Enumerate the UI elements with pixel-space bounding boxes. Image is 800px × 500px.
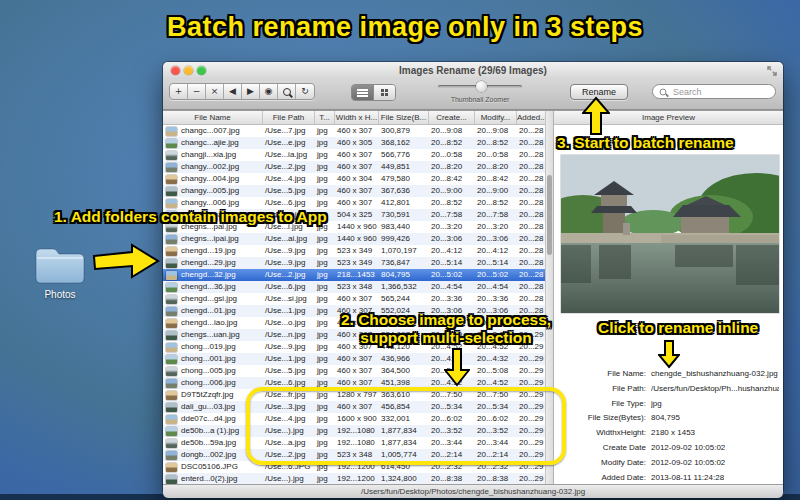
cell-modify: 20...4:12 [475,245,517,257]
cell-path: /Use...ai.jpg [263,233,315,245]
table-row[interactable]: changji...xia.jpg/Use...ia.jpgjpg460 x 3… [163,149,545,161]
column-header[interactable]: File Name [163,111,263,124]
next-button[interactable]: ▶ [242,84,260,99]
inline-tip-label: Click to rename inline [598,319,758,337]
refresh-button[interactable]: ↻ [296,84,314,99]
detail-value[interactable]: chengde_bishushanzhuang-032.jpg [651,367,778,382]
file-thumbnail-icon [163,377,179,389]
detail-value[interactable]: 2180 x 1453 [651,426,695,441]
file-thumbnail-icon [163,353,179,365]
table-row[interactable]: changy...004.jpg/Use...4.jpgjpg460 x 304… [163,173,545,185]
zoomer-knob[interactable] [476,81,487,92]
table-row[interactable]: chengd...19.jpg/Use...9.jpgjpg523 x 3491… [163,245,545,257]
detail-value[interactable]: jpg [651,397,662,412]
column-header[interactable]: File Path [263,111,315,124]
close-window-button[interactable] [171,66,180,75]
cell-modify: 20...7:58 [475,209,517,221]
scrollbar-thumb[interactable] [547,175,552,255]
table-row[interactable]: changy...005.jpg/Use...5.jpgjpg460 x 307… [163,185,545,197]
cell-create: 20...3:06 [429,233,475,245]
search-icon [660,88,667,95]
cell-added: 20...28 [517,185,545,197]
cell-create: 20...3:20 [429,221,475,233]
cell-size: 983,440 [379,221,429,233]
file-thumbnail-icon [163,257,179,269]
table-row[interactable]: changc...007.jpg/Use...7.jpgjpg460 x 307… [163,125,545,137]
cell-name: changc...007.jpg [179,125,263,137]
cell-path: /Use...).jpg [263,473,315,484]
cell-type: jpg [315,161,335,173]
detail-label: WidthxHeight: [554,426,646,441]
table-row[interactable]: chengd...32.jpg/Use...2.jpgjpg218...1453… [163,269,545,281]
detail-label: Modify Date: [554,456,646,471]
cell-dims: 218...1453 [335,269,379,281]
cell-added: 20...28 [517,149,545,161]
titlebar[interactable]: Images Rename (29/69 Images) [163,62,783,79]
table-row[interactable]: chengd...36.jpg/Use...6.jpgjpg523 x 3481… [163,281,545,293]
fullscreen-icon[interactable] [767,66,777,76]
cell-modify: 20...4:32 [475,353,517,365]
photos-folder[interactable]: Photos [30,242,90,300]
cell-type: jpg [315,185,335,197]
grid-view-button[interactable] [373,85,395,100]
detail-row: File Name:chengde_bishushanzhuang-032.jp… [554,367,779,382]
cell-name: changy...005.jpg [179,185,263,197]
step1-arrow-icon [92,243,160,279]
table-row[interactable]: chengd...29.jpg/Use...9.jpgjpg523 x 3497… [163,257,545,269]
table-row[interactable]: chengd...gsi.jpg/Use...si.jpgjpg460 x 30… [163,293,545,305]
cell-create: 20...4:12 [429,245,475,257]
column-header[interactable]: Added... [517,111,545,124]
cell-create: 20...9:00 [429,185,475,197]
table-row[interactable]: chong...001.jpg/Use...1.jpgjpg460 x 3074… [163,353,545,365]
search-input[interactable] [671,86,769,98]
detail-label: File Name: [554,367,646,382]
previous-button[interactable]: ◀ [224,84,242,99]
delete-button[interactable]: × [206,84,224,99]
cell-create: 20...8:20 [429,161,475,173]
search-field[interactable] [652,84,776,99]
table-row[interactable]: changc...ajie.jpg/Use...e.jpgjpg460 x 30… [163,137,545,149]
list-view-button[interactable] [352,85,373,100]
detail-value[interactable]: 804,795 [651,411,680,426]
detail-value[interactable]: 2012-09-02 10:05:02 [651,441,725,456]
cell-type: jpg [315,317,335,329]
add-button[interactable]: + [170,84,188,99]
column-header[interactable]: T... [315,111,335,124]
cell-type: jpg [315,305,335,317]
table-row[interactable]: enterd...0(2).jpg/Use...).jpgjpg192...12… [163,473,545,484]
cell-create: 20...9:08 [429,125,475,137]
minimize-window-button[interactable] [184,66,193,75]
cell-name: changy...004.jpg [179,173,263,185]
cell-modify: 20...8:38 [475,473,517,484]
column-header[interactable]: File Size(B... [379,111,429,124]
preview-button[interactable]: ◉ [260,84,278,99]
table-row[interactable]: chong...005.jpg/Use...5.jpgjpg460 x 3073… [163,365,545,377]
cell-dims: 460 x 307 [335,365,379,377]
remove-button[interactable]: − [188,84,206,99]
detail-label: File Size(Bytes): [554,411,646,426]
folder-label: Photos [30,289,90,300]
search-button[interactable] [278,84,296,99]
cell-path: /Use...e.jpg [263,137,315,149]
preview-body: File Name:chengde_bishushanzhuang-032.jp… [554,125,783,484]
file-thumbnail-icon [163,425,179,437]
toolbar: +−×◀▶◉↻ Thumbnail Zoomer Rename [163,79,783,110]
table-row[interactable]: changy...002.jpg/Use...2.jpgjpg460 x 307… [163,161,545,173]
table-row[interactable]: chegns...ipai.jpg/Use...ai.jpgjpg1440 x … [163,233,545,245]
column-header[interactable]: Width x H... [335,111,379,124]
cell-added: 20...28 [517,293,545,305]
column-header[interactable]: Modify... [475,111,517,124]
detail-value[interactable]: 2013-08-11 11:24:28 [651,471,724,486]
step2-line1: 2. Choose image to process, [336,311,556,329]
cell-dims: 1440 x 960 [335,221,379,233]
cell-modify: 20...9:08 [475,125,517,137]
column-header[interactable]: Create... [429,111,475,124]
detail-value[interactable]: /Users/fun/Desktop/Ph...hushanzhuang-032… [651,382,779,397]
file-thumbnail-icon [163,365,179,377]
zoom-window-button[interactable] [197,66,206,75]
detail-row: File Path:/Users/fun/Desktop/Ph...hushan… [554,382,779,397]
cell-size: 436,966 [379,353,429,365]
cell-name: chong...005.jpg [179,365,263,377]
detail-value[interactable]: 2012-09-02 10:05:02 [651,456,725,471]
cell-modify: 20...5:14 [475,257,517,269]
